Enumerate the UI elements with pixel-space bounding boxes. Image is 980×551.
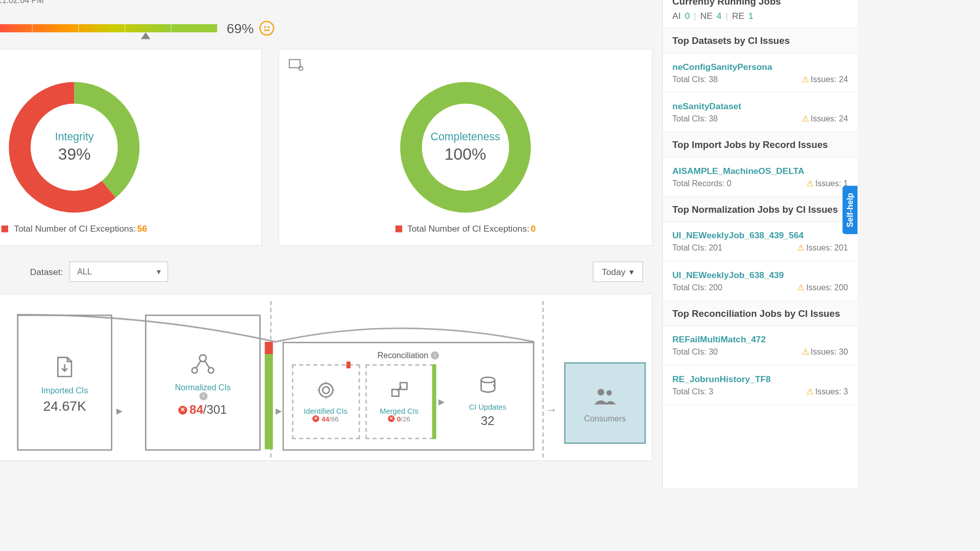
- stage-value: 32: [481, 414, 495, 428]
- right-sidebar: Currently Running Jobs AI 0|NE 4|RE 1 To…: [662, 0, 857, 488]
- content-area: Last updated at: May 2, 2021, 11:02:04 P…: [0, 0, 662, 488]
- svg-point-26: [319, 383, 333, 397]
- dataflow-header: Data Flow i Dataset: ALL ▾ Today ▾: [0, 246, 662, 289]
- info-icon[interactable]: i: [431, 352, 439, 360]
- status-bar-red: [346, 362, 350, 368]
- sidebar-section-header: Top Import Jobs by Record Issues: [663, 132, 857, 157]
- sidebar-item: UI_NEWeeklyJob_638_439 Total CIs: 200 ⚠I…: [663, 262, 857, 301]
- sidebar-item-link[interactable]: neConfigSanityPersona: [672, 62, 848, 72]
- sidebar-item-link[interactable]: REFailMultiMatch_472: [672, 334, 848, 344]
- sidebar-item: AISAMPLE_MachineOS_DELTA Total Records: …: [663, 158, 857, 197]
- arrow-icon: ▸: [276, 403, 282, 418]
- sidebar-item-link[interactable]: RE_JobrunHistory_TF8: [672, 374, 848, 384]
- stage-merged[interactable]: Merged CIs ✕ 0 /26: [365, 364, 433, 439]
- arrow-icon: ▸: [116, 403, 122, 418]
- job-code: RE: [732, 11, 744, 21]
- stage-error-count: 44: [322, 415, 329, 422]
- stage-total: /301: [203, 403, 227, 417]
- merge-icon: [390, 381, 408, 402]
- running-jobs-title: Currently Running Jobs: [672, 0, 848, 7]
- sidebar-section-header: Top Datasets by CI Issues: [663, 28, 857, 53]
- sidebar-meta-right: ⚠Issues: 3: [806, 387, 848, 396]
- consumers-icon: [593, 387, 617, 409]
- svg-point-27: [322, 386, 329, 393]
- dataset-value: ALL: [77, 267, 91, 277]
- stage-label: Imported CIs: [41, 386, 88, 395]
- sidebar-item-link[interactable]: UI_NEWeeklyJob_638_439_564: [672, 230, 848, 240]
- sidebar-section-header: Top Normalization Jobs by CI Issues: [663, 197, 857, 222]
- dataset-label: Dataset:: [30, 267, 63, 277]
- error-icon: ✕: [388, 415, 395, 422]
- dataset-select[interactable]: ALL ▾: [70, 262, 168, 282]
- sidebar-item-link[interactable]: neSanityDataset: [672, 101, 848, 111]
- stage-label: Reconciliation: [378, 350, 429, 360]
- sidebar-item: RE_JobrunHistory_TF8 Total CIs: 3 ⚠Issue…: [663, 366, 857, 405]
- date-range-select[interactable]: Today ▾: [593, 262, 643, 282]
- stage-identified[interactable]: Identified CIs ✕ 44 /86: [291, 364, 359, 439]
- sidebar-section-header: Top Reconciliation Jobs by CI Issues: [663, 301, 857, 326]
- stage-reconciliation: Reconciliation i Identified CIs ✕ 44: [282, 342, 534, 450]
- last-updated-timestamp: May 2, 2021, 11:02:04 PM: [0, 0, 44, 5]
- health-pointer: [140, 32, 150, 39]
- status-bar-green: [432, 364, 436, 439]
- target-icon: [317, 381, 335, 402]
- job-count[interactable]: 4: [717, 11, 722, 21]
- stage-total: /86: [329, 415, 339, 422]
- job-code: AI: [672, 11, 680, 21]
- sidebar-meta-left: Total Records: 0: [672, 179, 731, 188]
- sidebar-item-link[interactable]: AISAMPLE_MachineOS_DELTA: [672, 166, 848, 176]
- running-jobs-section: Currently Running Jobs AI 0|NE 4|RE 1: [663, 0, 857, 28]
- donut-chart[interactable]: Integrity 39%: [8, 81, 141, 214]
- svg-point-11: [299, 66, 303, 70]
- sidebar-meta-right: ⚠Issues: 24: [802, 74, 848, 84]
- health-card-completeness: Completeness 100% Total Number of CI Exc…: [278, 48, 653, 246]
- dataflow-controls: Dataset: ALL ▾: [30, 262, 168, 282]
- donut-percent: 39%: [58, 144, 91, 163]
- sidebar-item-link[interactable]: UI_NEWeeklyJob_638_439: [672, 270, 848, 280]
- warning-icon: ⚠: [797, 283, 805, 292]
- stage-label: Consumers: [584, 414, 626, 423]
- normalize-icon: [190, 353, 215, 377]
- flow-connector: [17, 308, 534, 348]
- svg-point-30: [481, 377, 495, 383]
- warning-icon: ⚠: [797, 243, 805, 253]
- stage-value: 24.67K: [43, 398, 86, 414]
- sidebar-item: REFailMultiMatch_472 Total CIs: 30 ⚠Issu…: [663, 326, 857, 365]
- stage-label: Identified CIs: [304, 407, 348, 415]
- flow-canvas: Datasourcesi ✕ 5 /23 →: [0, 293, 653, 461]
- donut-label: Integrity: [55, 131, 94, 143]
- job-count[interactable]: 1: [748, 11, 753, 21]
- sidebar-meta-right: ⚠Issues: 30: [802, 347, 848, 357]
- info-icon[interactable]: i: [200, 392, 208, 400]
- main-layout: Last updated at: May 2, 2021, 11:02:04 P…: [0, 0, 857, 488]
- svg-line-25: [205, 361, 209, 368]
- svg-rect-10: [289, 60, 300, 68]
- stage-ci-updates[interactable]: CI Updates 32: [450, 364, 525, 439]
- warning-icon: ⚠: [806, 179, 814, 188]
- svg-point-31: [598, 389, 604, 395]
- last-updated: Last updated at: May 2, 2021, 11:02:04 P…: [0, 0, 662, 12]
- neutral-face-icon: [259, 21, 274, 36]
- stage-consumers[interactable]: Consumers: [564, 362, 646, 444]
- self-help-tab[interactable]: Self-help: [843, 186, 857, 234]
- sidebar-meta-left: Total CIs: 201: [672, 243, 722, 253]
- sidebar-meta-right: ⚠Issues: 1: [806, 179, 848, 188]
- warning-icon: ⚠: [802, 114, 810, 123]
- chevron-down-icon: ▾: [629, 267, 634, 277]
- warning-icon: ⚠: [802, 74, 810, 84]
- exceptions-count: 56: [137, 223, 147, 234]
- status-bar-green: [265, 354, 273, 449]
- donut-chart[interactable]: Completeness 100%: [399, 81, 532, 214]
- warning-icon: ⚠: [806, 387, 814, 396]
- arrow-icon: ▸: [438, 394, 445, 409]
- svg-line-24: [196, 361, 201, 368]
- donut-label: Completeness: [430, 131, 500, 143]
- separator: |: [726, 11, 728, 21]
- donut-percent: 100%: [445, 144, 486, 163]
- card-icon: [288, 62, 303, 73]
- stage-label: Merged CIs: [380, 407, 419, 415]
- exceptions-label: Total Number of CI Exceptions:: [407, 223, 529, 234]
- sidebar-meta-left: Total CIs: 38: [672, 114, 718, 123]
- job-count[interactable]: 0: [685, 11, 690, 21]
- warning-icon: ⚠: [802, 347, 810, 357]
